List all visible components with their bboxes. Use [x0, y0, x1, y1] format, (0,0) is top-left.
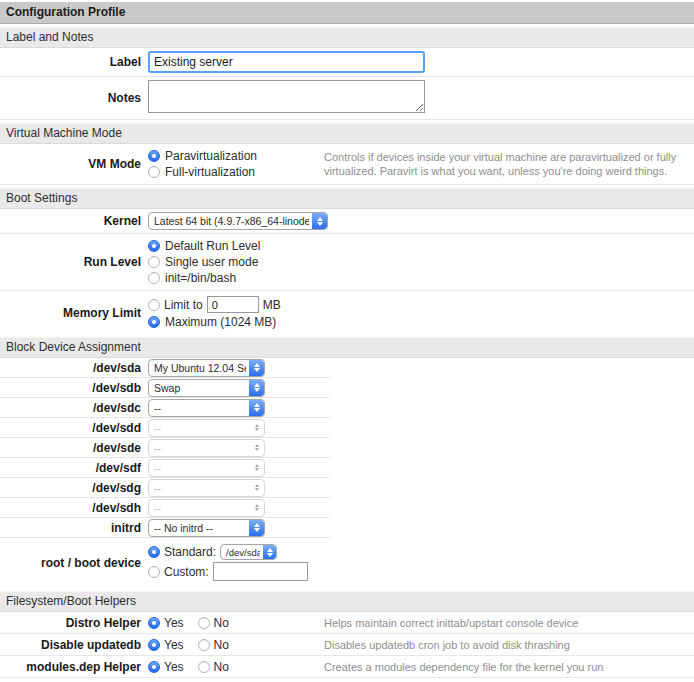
disable-updatedb-help: Disables updatedb cron job to avoid disk…: [324, 638, 694, 652]
radio-paravirtualization[interactable]: [148, 150, 160, 162]
sdf-select[interactable]: --: [148, 459, 265, 477]
automount-devtmpfs-row: Automount devtmpfs Yes No Controls if pv…: [0, 678, 694, 682]
kernel-select[interactable]: Latest 64 bit (4.9.7-x86_64-linode80): [148, 212, 328, 230]
vm-mode-help-text: Controls if devices inside your virtual …: [324, 150, 694, 178]
radio-init-bin-bash[interactable]: [148, 272, 160, 284]
radio-single-user-mode[interactable]: [148, 256, 160, 268]
radio-custom[interactable]: [148, 566, 160, 578]
radio-disable-updatedb-yes[interactable]: [148, 639, 160, 651]
run-level-row: Run Level Default Run Level Single user …: [0, 234, 694, 291]
dropdown-arrows-icon: [249, 480, 264, 496]
initrd-select[interactable]: -- No initrd --: [148, 519, 265, 537]
device-label: /dev/sdh: [0, 501, 148, 515]
sdg-select[interactable]: --: [148, 479, 265, 497]
radio-limit-to[interactable]: [148, 299, 160, 311]
sdd-select[interactable]: --: [148, 419, 265, 437]
device-label: /dev/sdf: [0, 461, 148, 475]
section-filesystem-boot-helpers: Filesystem/Boot Helpers: [0, 591, 694, 612]
radio-distro-helper-yes[interactable]: [148, 617, 160, 629]
radio-modules-dep-no[interactable]: [198, 661, 210, 673]
device-row-sdh: /dev/sdh --: [0, 498, 330, 518]
memory-limit-option-maximum[interactable]: Maximum (1024 MB): [148, 315, 324, 329]
run-level-label: Run Level: [0, 255, 148, 269]
kernel-label: Kernel: [0, 214, 148, 228]
dropdown-arrows-icon: [263, 545, 276, 559]
device-label: /dev/sdb: [0, 381, 148, 395]
device-label: /dev/sdd: [0, 421, 148, 435]
dropdown-arrows-icon: [249, 400, 264, 416]
root-boot-device-row: root / boot device Standard: /dev/sda Cu…: [0, 538, 694, 588]
device-row-sdf: /dev/sdf --: [0, 458, 330, 478]
kernel-row: Kernel Latest 64 bit (4.9.7-x86_64-linod…: [0, 209, 694, 234]
custom-device-input[interactable]: [213, 562, 308, 581]
device-row-initrd: initrd -- No initrd --: [0, 518, 330, 538]
notes-field-label: Notes: [0, 91, 148, 105]
disable-updatedb-label: Disable updatedb: [0, 638, 148, 652]
device-label: /dev/sda: [0, 361, 148, 375]
sdc-select[interactable]: --: [148, 399, 265, 417]
sde-select[interactable]: --: [148, 439, 265, 457]
distro-helper-row: Distro Helper Yes No Helps maintain corr…: [0, 612, 694, 634]
radio-default-run-level[interactable]: [148, 240, 160, 252]
label-input[interactable]: [148, 51, 425, 73]
notes-textarea[interactable]: [148, 80, 425, 113]
section-virtual-machine-mode: Virtual Machine Mode: [0, 123, 694, 144]
memory-limit-option-limit-to[interactable]: Limit to MB: [148, 296, 324, 313]
dropdown-arrows-icon: [249, 460, 264, 476]
configuration-profile-page: Configuration Profile Label and Notes La…: [0, 0, 694, 682]
device-row-sda: /dev/sda My Ubuntu 12.04 Server: [0, 358, 330, 378]
section-block-device-assignment: Block Device Assignment: [0, 337, 694, 358]
dropdown-arrows-icon: [312, 213, 327, 229]
device-row-sde: /dev/sde --: [0, 438, 330, 458]
label-field-label: Label: [0, 55, 148, 69]
distro-helper-help: Helps maintain correct inittab/upstart c…: [324, 616, 694, 630]
vm-mode-option-paravirtualization[interactable]: Paravirtualization: [148, 149, 324, 163]
device-row-sdd: /dev/sdd --: [0, 418, 330, 438]
vm-mode-label: VM Mode: [0, 157, 148, 171]
root-device-option-custom[interactable]: Custom:: [148, 562, 324, 581]
memory-limit-row: Memory Limit Limit to MB Maximum (1024 M…: [0, 291, 694, 334]
run-level-option-default[interactable]: Default Run Level: [148, 239, 324, 253]
device-label: /dev/sdg: [0, 481, 148, 495]
modules-dep-helper-row: modules.dep Helper Yes No Creates a modu…: [0, 656, 694, 678]
memory-limit-input[interactable]: [207, 296, 259, 313]
root-device-option-standard[interactable]: Standard: /dev/sda: [148, 544, 324, 560]
modules-dep-helper-label: modules.dep Helper: [0, 660, 148, 674]
distro-helper-label: Distro Helper: [0, 616, 148, 630]
device-row-sdg: /dev/sdg --: [0, 478, 330, 498]
radio-full-virtualization[interactable]: [148, 166, 160, 178]
vm-mode-row: VM Mode Paravirtualization Full-virtuali…: [0, 144, 694, 185]
section-label-and-notes: Label and Notes: [0, 27, 694, 48]
device-label: initrd: [0, 521, 148, 535]
notes-row: Notes: [0, 77, 694, 120]
section-boot-settings: Boot Settings: [0, 188, 694, 209]
memory-unit-label: MB: [263, 298, 281, 312]
radio-modules-dep-yes[interactable]: [148, 661, 160, 673]
device-label: /dev/sde: [0, 441, 148, 455]
dropdown-arrows-icon: [249, 500, 264, 516]
radio-distro-helper-no[interactable]: [198, 617, 210, 629]
sdb-select[interactable]: Swap: [148, 379, 265, 397]
dropdown-arrows-icon: [249, 520, 264, 536]
radio-disable-updatedb-no[interactable]: [198, 639, 210, 651]
standard-device-select[interactable]: /dev/sda: [220, 544, 277, 560]
device-row-sdc: /dev/sdc --: [0, 398, 330, 418]
dropdown-arrows-icon: [249, 440, 264, 456]
dropdown-arrows-icon: [249, 360, 264, 376]
run-level-option-single-user[interactable]: Single user mode: [148, 255, 324, 269]
page-title: Configuration Profile: [0, 2, 694, 24]
radio-maximum[interactable]: [148, 316, 160, 328]
memory-limit-label: Memory Limit: [0, 306, 148, 320]
sdh-select[interactable]: --: [148, 499, 265, 517]
dropdown-arrows-icon: [249, 420, 264, 436]
vm-mode-option-full-virtualization[interactable]: Full-virtualization: [148, 165, 324, 179]
radio-standard[interactable]: [148, 546, 160, 558]
run-level-option-init-bash[interactable]: init=/bin/bash: [148, 271, 324, 285]
root-boot-device-label: root / boot device: [0, 556, 148, 570]
label-row: Label: [0, 48, 694, 77]
disable-updatedb-row: Disable updatedb Yes No Disables updated…: [0, 634, 694, 656]
sda-select[interactable]: My Ubuntu 12.04 Server: [148, 359, 265, 377]
modules-dep-helper-help: Creates a modules dependency file for th…: [324, 660, 694, 674]
device-label: /dev/sdc: [0, 401, 148, 415]
device-row-sdb: /dev/sdb Swap: [0, 378, 330, 398]
